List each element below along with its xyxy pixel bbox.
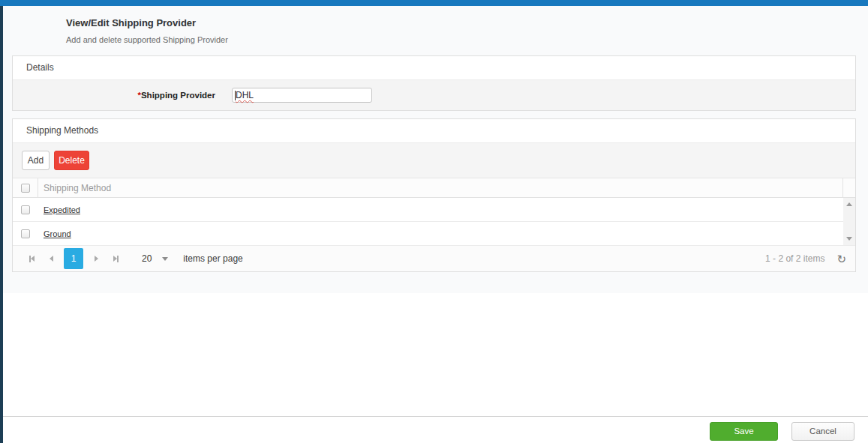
prev-page-icon — [50, 256, 53, 262]
page-subtitle: Add and delete supported Shipping Provid… — [66, 35, 856, 45]
add-button[interactable]: Add — [22, 151, 50, 170]
scrollbar-spacer — [842, 178, 855, 197]
delete-button[interactable]: Delete — [54, 151, 89, 170]
shipping-provider-label-text: Shipping Provider — [141, 91, 215, 100]
details-card: Details *Shipping Provider DHL — [12, 55, 856, 111]
top-accent-bar — [0, 0, 868, 6]
footer-action-bar: Save Cancel — [0, 416, 868, 443]
first-page-button[interactable] — [22, 248, 41, 269]
content-bottom-spacer — [0, 293, 868, 416]
shipping-method-link[interactable]: Ground — [44, 229, 71, 238]
select-all-checkbox[interactable] — [21, 184, 30, 193]
page-size-value: 20 — [142, 253, 152, 264]
details-card-header: Details — [13, 56, 855, 80]
page-title: View/Edit Shipping Provider — [66, 17, 856, 29]
items-range-label: 1 - 2 of 2 items — [765, 253, 824, 264]
shipping-provider-input[interactable]: DHL — [232, 88, 372, 103]
shipping-method-column-header: Shipping Method — [38, 183, 842, 193]
main-panel: View/Edit Shipping Provider Add and dele… — [0, 6, 868, 293]
items-per-page-label: items per page — [183, 253, 242, 264]
table-row: Ground — [13, 222, 855, 246]
shipping-method-link[interactable]: Expedited — [44, 205, 80, 214]
chevron-down-icon — [162, 257, 168, 261]
vertical-scrollbar[interactable] — [843, 198, 855, 245]
grid-toolbar: Add Delete — [13, 143, 855, 178]
grid-header-row: Shipping Method — [13, 178, 855, 198]
shipping-methods-card: Shipping Methods Add Delete Shipping Met… — [12, 118, 856, 272]
previous-page-button[interactable] — [41, 248, 61, 269]
row-checkbox[interactable] — [21, 205, 30, 214]
refresh-icon[interactable]: ↻ — [836, 253, 846, 265]
left-accent-strip — [0, 6, 3, 443]
row-checkbox[interactable] — [21, 229, 30, 238]
pager: 1 20 items per page 1 - 2 of 2 items ↻ — [13, 246, 855, 271]
pager-info: 1 - 2 of 2 items ↻ — [765, 253, 846, 265]
page-size-dropdown[interactable]: 20 — [142, 253, 168, 264]
last-page-button[interactable] — [106, 248, 125, 269]
details-form-row: *Shipping Provider DHL — [13, 80, 855, 110]
select-all-cell — [13, 178, 38, 197]
cancel-button[interactable]: Cancel — [791, 422, 854, 441]
shipping-provider-label: *Shipping Provider — [13, 91, 215, 100]
shipping-methods-card-header: Shipping Methods — [13, 119, 855, 143]
row-select-cell — [13, 222, 38, 245]
page-header: View/Edit Shipping Provider Add and dele… — [12, 17, 856, 45]
next-page-icon — [95, 256, 98, 262]
next-page-button[interactable] — [86, 248, 106, 269]
table-row: Expedited — [13, 198, 855, 222]
seek-first-icon — [31, 256, 35, 262]
shipping-provider-value: DHL — [236, 90, 254, 100]
scrollbar-down-icon[interactable] — [846, 237, 852, 241]
current-page-button[interactable]: 1 — [64, 248, 83, 269]
row-select-cell — [13, 198, 38, 221]
seek-last-icon — [117, 256, 119, 262]
save-button[interactable]: Save — [710, 422, 778, 441]
scrollbar-up-icon[interactable] — [846, 202, 852, 206]
grid-body: Expedited Ground — [13, 198, 855, 246]
